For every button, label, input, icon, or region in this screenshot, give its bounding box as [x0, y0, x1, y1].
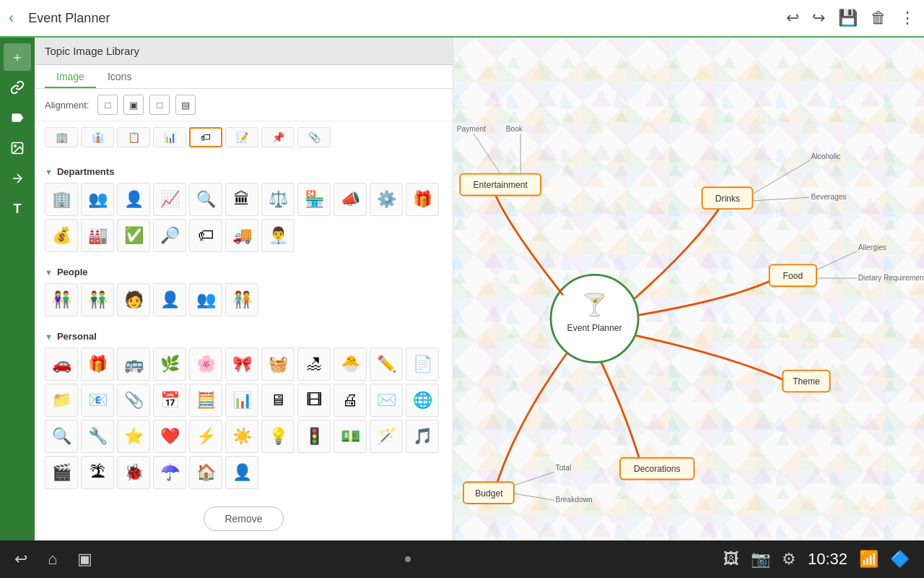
personal-icon-1[interactable]: 🚗	[45, 348, 78, 381]
dept-icon-13[interactable]: 🏭	[81, 219, 114, 252]
align-left-button[interactable]: □	[97, 95, 118, 115]
align-center-button[interactable]: ▣	[123, 95, 144, 115]
personal-icon-19[interactable]: 🎞	[297, 384, 331, 417]
align-right-button[interactable]: □	[149, 95, 170, 115]
dept-icon-18[interactable]: 👨‍💼	[261, 219, 295, 252]
dept-icon-10[interactable]: ⚙️	[370, 183, 403, 216]
personal-icon-10[interactable]: ✏️	[370, 348, 403, 381]
people-label: People	[57, 267, 88, 277]
icon-cell[interactable]: 📌	[261, 127, 295, 147]
personal-icon-11[interactable]: 📄	[406, 348, 439, 381]
personal-icon-2[interactable]: 🎁	[81, 348, 114, 381]
personal-icon-38[interactable]: 🏠	[189, 456, 222, 489]
icon-cell[interactable]: 📝	[225, 127, 258, 147]
icon-cell[interactable]: 👔	[81, 127, 114, 147]
personal-icon-12[interactable]: 📁	[45, 384, 78, 417]
dept-icon-9[interactable]: 📣	[334, 183, 367, 216]
personal-icon-35[interactable]: 🏝	[81, 456, 114, 489]
people-header[interactable]: ▼ People	[45, 267, 443, 277]
personal-icon-31[interactable]: 💵	[334, 420, 367, 453]
personal-icon-22[interactable]: 🌐	[406, 384, 439, 417]
personal-icon-9[interactable]: 🐣	[334, 348, 367, 381]
dept-icon-2[interactable]: 👥	[81, 183, 114, 216]
undo-button[interactable]: ↩	[786, 9, 799, 27]
personal-icon-3[interactable]: 🚌	[117, 348, 150, 381]
personal-icon-14[interactable]: 📎	[117, 384, 150, 417]
align-justify-button[interactable]: ▤	[175, 95, 196, 115]
dept-icon-15[interactable]: 🔎	[153, 219, 186, 252]
personal-icon-6[interactable]: 🎀	[225, 348, 258, 381]
personal-icon-23[interactable]: 🔍	[45, 420, 78, 453]
people-icon-3[interactable]: 🧑	[117, 283, 150, 316]
personal-icon-7[interactable]: 🧺	[261, 348, 295, 381]
personal-icon-13[interactable]: 📧	[81, 384, 114, 417]
icon-cell[interactable]: 📋	[117, 127, 150, 147]
personal-icon-4[interactable]: 🌿	[153, 348, 186, 381]
image-button[interactable]	[4, 134, 31, 162]
people-icon-6[interactable]: 🧑‍🤝‍🧑	[225, 283, 258, 316]
dept-icon-16[interactable]: 🏷	[189, 219, 222, 252]
mindmap-canvas[interactable]: 🍸 Event Planner Entertainment Payment Bo	[453, 38, 924, 578]
icon-cell[interactable]: 🏢	[45, 127, 78, 147]
icon-cell[interactable]: 🏷	[189, 127, 222, 147]
remove-button[interactable]: Remove	[204, 506, 283, 531]
dept-icon-3[interactable]: 👤	[117, 183, 150, 216]
back-nav-button[interactable]: ↩	[14, 550, 27, 569]
departments-header[interactable]: ▼ Departments	[45, 166, 443, 177]
people-icon-1[interactable]: 👫	[45, 283, 78, 316]
dept-icon-11[interactable]: 🎁	[406, 183, 439, 216]
back-button[interactable]: ‹	[9, 9, 14, 27]
personal-icon-18[interactable]: 🖥	[261, 384, 295, 417]
people-icon-2[interactable]: 👬	[81, 283, 114, 316]
tab-image[interactable]: Image	[45, 65, 96, 88]
personal-icon-29[interactable]: 💡	[261, 420, 295, 453]
dept-icon-7[interactable]: ⚖️	[261, 183, 295, 216]
personal-icon-36[interactable]: 🐞	[117, 456, 150, 489]
dept-icon-1[interactable]: 🏢	[45, 183, 78, 216]
personal-icon-24[interactable]: 🔧	[81, 420, 114, 453]
label-button[interactable]	[4, 104, 31, 131]
add-button[interactable]: ＋	[4, 43, 31, 71]
personal-icon-21[interactable]: ✉️	[370, 384, 403, 417]
icon-cell[interactable]: 📊	[153, 127, 186, 147]
text-button[interactable]: T	[4, 195, 31, 223]
personal-icon-17[interactable]: 📊	[225, 384, 258, 417]
dept-icon-5[interactable]: 🔍	[189, 183, 222, 216]
personal-icon-37[interactable]: ☂️	[153, 456, 186, 489]
save-button[interactable]: 💾	[838, 9, 858, 27]
screenshot-icon: 🖼	[723, 550, 739, 569]
personal-icon-27[interactable]: ⚡	[189, 420, 222, 453]
personal-icon-34[interactable]: 🎬	[45, 456, 78, 489]
personal-icon-25[interactable]: ⭐	[117, 420, 150, 453]
link-button[interactable]	[4, 74, 31, 101]
icon-cell[interactable]: 📎	[297, 127, 331, 147]
more-button[interactable]: ⋮	[899, 9, 915, 27]
personal-icon-28[interactable]: ☀️	[225, 420, 258, 453]
home-nav-button[interactable]: ⌂	[48, 550, 57, 569]
dept-icon-4[interactable]: 📈	[153, 183, 186, 216]
personal-header[interactable]: ▼ Personal	[45, 331, 443, 342]
svg-text:Beverages: Beverages	[811, 193, 847, 201]
personal-icon-20[interactable]: 🖨	[334, 384, 367, 417]
personal-icon-33[interactable]: 🎵	[406, 420, 439, 453]
dept-icon-6[interactable]: 🏛	[225, 183, 258, 216]
people-icon-5[interactable]: 👥	[189, 283, 222, 316]
delete-button[interactable]: 🗑	[871, 9, 886, 27]
arrow-button[interactable]	[4, 165, 31, 192]
people-icon-4[interactable]: 👤	[153, 283, 186, 316]
personal-icon-30[interactable]: 🚦	[297, 420, 331, 453]
personal-icon-5[interactable]: 🌸	[189, 348, 222, 381]
dept-icon-12[interactable]: 💰	[45, 219, 78, 252]
tab-icons[interactable]: Icons	[96, 65, 143, 88]
personal-icon-26[interactable]: ❤️	[153, 420, 186, 453]
personal-icon-15[interactable]: 📅	[153, 384, 186, 417]
dept-icon-17[interactable]: 🚚	[225, 219, 258, 252]
personal-icon-8[interactable]: 🏖	[297, 348, 331, 381]
recent-nav-button[interactable]: ▣	[77, 550, 92, 569]
dept-icon-14[interactable]: ✅	[117, 219, 150, 252]
personal-icon-39[interactable]: 👤	[225, 456, 258, 489]
dept-icon-8[interactable]: 🏪	[297, 183, 331, 216]
personal-icon-16[interactable]: 🧮	[189, 384, 222, 417]
redo-button[interactable]: ↪	[812, 9, 825, 27]
personal-icon-32[interactable]: 🪄	[370, 420, 403, 453]
